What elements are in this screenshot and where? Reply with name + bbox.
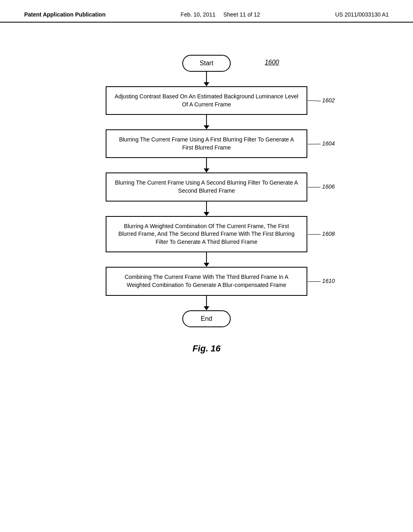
box-1602-text: Adjusting Contrast Based On An Estimated… bbox=[115, 93, 298, 108]
arrow-1 bbox=[204, 72, 209, 86]
process-box-1610: Combining The Current Frame With The Thi… bbox=[106, 267, 307, 295]
start-oval: Start bbox=[182, 55, 231, 72]
arrow-line bbox=[206, 72, 207, 82]
sheet-info: Sheet 11 of 12 bbox=[223, 11, 260, 18]
box-1608-text: Blurring A Weighted Combination Of The C… bbox=[119, 223, 295, 245]
end-label: End bbox=[201, 315, 212, 322]
box-1606-text: Blurring The Current Frame Using A Secon… bbox=[115, 179, 298, 194]
process-box-1606: Blurring The Current Frame Using A Secon… bbox=[106, 172, 307, 201]
arrow-head bbox=[204, 306, 209, 310]
start-label: Start bbox=[200, 60, 213, 66]
arrow-head bbox=[204, 82, 209, 86]
diagram-ref: 1600 bbox=[265, 59, 279, 66]
publication-label: Patent Application Publication bbox=[24, 11, 106, 18]
ref-1604: — 1604 bbox=[315, 140, 335, 148]
diagram-container: Start 1600 Adjusting Contrast Based On A… bbox=[0, 23, 413, 354]
pub-date: Feb. 10, 2011 bbox=[181, 11, 215, 18]
page: Patent Application Publication Feb. 10, … bbox=[0, 0, 413, 532]
start-wrapper: Start 1600 bbox=[182, 55, 231, 72]
patent-number: US 2011/0033130 A1 bbox=[335, 11, 389, 18]
flow-wrapper: Start 1600 Adjusting Contrast Based On A… bbox=[65, 55, 348, 327]
arrow-2 bbox=[204, 115, 209, 129]
ref-1602: — 1602 bbox=[315, 97, 335, 105]
process-box-1608: Blurring A Weighted Combination Of The C… bbox=[106, 216, 307, 253]
page-header: Patent Application Publication Feb. 10, … bbox=[0, 0, 413, 23]
process-box-1602: Adjusting Contrast Based On An Estimated… bbox=[106, 86, 307, 115]
arrow-head bbox=[204, 125, 209, 129]
process-box-1604: Blurring The Current Frame Using A First… bbox=[106, 129, 307, 158]
arrow-3 bbox=[204, 158, 209, 172]
box-1610-text: Combining The Current Frame With The Thi… bbox=[125, 274, 288, 288]
fig-caption: Fig. 16 bbox=[192, 343, 221, 354]
arrow-line bbox=[206, 296, 207, 306]
arrow-6 bbox=[204, 296, 209, 310]
arrow-line bbox=[206, 252, 207, 263]
box-1604-text: Blurring The Current Frame Using A First… bbox=[119, 136, 294, 151]
ref-1606: — 1606 bbox=[315, 183, 335, 191]
end-oval: End bbox=[182, 310, 231, 327]
arrow-head bbox=[204, 212, 209, 216]
arrow-4 bbox=[204, 202, 209, 216]
arrow-5 bbox=[204, 252, 209, 267]
ref-1610: — 1610 bbox=[315, 277, 335, 285]
header-center: Feb. 10, 2011 Sheet 11 of 12 bbox=[181, 11, 260, 18]
arrow-line bbox=[206, 202, 207, 212]
ref-1608: — 1608 bbox=[315, 230, 335, 238]
arrow-line bbox=[206, 158, 207, 168]
arrow-head bbox=[204, 263, 209, 267]
arrow-head bbox=[204, 168, 209, 172]
arrow-line bbox=[206, 115, 207, 125]
